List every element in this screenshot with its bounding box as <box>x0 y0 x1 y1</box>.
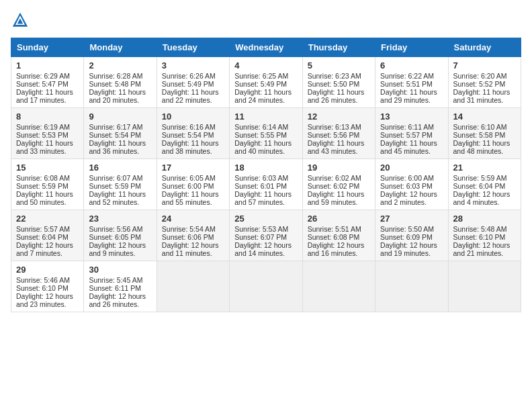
calendar-header-row: SundayMondayTuesdayWednesdayThursdayFrid… <box>11 38 521 57</box>
day-number: 8 <box>16 111 79 122</box>
day-info-line: Sunset: 5:54 PM <box>89 131 151 139</box>
day-info-line: Daylight: 11 hours <box>16 88 79 96</box>
day-info-line: Daylight: 11 hours <box>308 139 370 147</box>
day-info-line: Sunrise: 6:26 AM <box>162 72 224 80</box>
day-info-line: Sunrise: 6:20 AM <box>453 72 516 80</box>
day-info-line: Daylight: 11 hours <box>16 139 79 147</box>
logo-icon <box>11 11 30 30</box>
calendar-day-cell <box>302 261 375 312</box>
day-info-line: Sunset: 5:58 PM <box>453 131 516 139</box>
day-info-line: Daylight: 11 hours <box>453 139 516 147</box>
day-info-line: and 26 minutes. <box>89 300 151 308</box>
day-number: 19 <box>308 163 370 173</box>
day-info-line: Daylight: 11 hours <box>380 139 443 147</box>
day-info-line: Sunrise: 5:56 AM <box>89 225 151 233</box>
day-info-line: Daylight: 11 hours <box>234 139 297 147</box>
calendar-day-cell: 30Sunrise: 5:45 AMSunset: 6:11 PMDayligh… <box>84 261 157 312</box>
day-info-line: Sunset: 5:53 PM <box>16 131 79 139</box>
day-info-line: Sunset: 5:48 PM <box>89 80 151 88</box>
day-info-line: Sunset: 6:04 PM <box>453 182 516 190</box>
day-number: 30 <box>89 265 151 275</box>
calendar-day-cell: 16Sunrise: 6:07 AMSunset: 5:59 PMDayligh… <box>84 159 157 210</box>
day-info-line: Daylight: 11 hours <box>234 190 297 198</box>
calendar-week-row: 15Sunrise: 6:08 AMSunset: 5:59 PMDayligh… <box>11 159 521 210</box>
day-info-line: Daylight: 11 hours <box>380 88 443 96</box>
day-info-line: Sunset: 6:07 PM <box>234 233 297 241</box>
day-info-line: Sunrise: 6:14 AM <box>234 123 297 131</box>
day-number: 27 <box>380 214 443 224</box>
day-number: 20 <box>380 163 443 173</box>
day-info-line: and 23 minutes. <box>16 300 79 308</box>
day-info-line: Daylight: 12 hours <box>89 292 151 300</box>
day-info-line: Sunset: 5:55 PM <box>234 131 297 139</box>
day-number: 3 <box>162 60 224 71</box>
day-info-line: Sunrise: 6:25 AM <box>234 72 297 80</box>
day-info-line: and 9 minutes. <box>89 249 151 257</box>
day-number: 9 <box>89 111 151 122</box>
day-info-line: and 43 minutes. <box>308 147 370 155</box>
calendar-day-cell <box>375 261 448 312</box>
day-number: 4 <box>234 60 297 71</box>
day-info-line: Sunset: 6:00 PM <box>162 182 224 190</box>
day-info-line: Daylight: 12 hours <box>89 241 151 249</box>
calendar-day-cell: 21Sunrise: 5:59 AMSunset: 6:04 PMDayligh… <box>448 159 521 210</box>
day-info-line: and 22 minutes. <box>162 96 224 104</box>
calendar-day-cell: 23Sunrise: 5:56 AMSunset: 6:05 PMDayligh… <box>84 210 157 261</box>
calendar-day-cell: 11Sunrise: 6:14 AMSunset: 5:55 PMDayligh… <box>230 108 302 159</box>
day-info-line: Sunrise: 5:57 AM <box>16 225 79 233</box>
day-info-line: Sunrise: 5:45 AM <box>89 276 151 284</box>
day-info-line: Daylight: 12 hours <box>380 241 443 249</box>
calendar-day-cell: 5Sunrise: 6:23 AMSunset: 5:50 PMDaylight… <box>302 57 375 108</box>
calendar-week-row: 8Sunrise: 6:19 AMSunset: 5:53 PMDaylight… <box>11 108 521 159</box>
day-info-line: and 21 minutes. <box>453 249 516 257</box>
day-info-line: Sunset: 6:03 PM <box>380 182 443 190</box>
day-number: 13 <box>380 111 443 122</box>
day-info-line: Sunrise: 6:16 AM <box>162 123 224 131</box>
day-info-line: and 14 minutes. <box>234 249 297 257</box>
day-number: 24 <box>162 214 224 224</box>
day-info-line: Sunrise: 5:51 AM <box>308 225 370 233</box>
day-info-line: Sunrise: 6:07 AM <box>89 174 151 182</box>
day-info-line: Sunset: 5:49 PM <box>162 80 224 88</box>
day-info-line: Sunset: 6:09 PM <box>380 233 443 241</box>
day-info-line: Sunrise: 5:53 AM <box>234 225 297 233</box>
calendar-day-cell: 19Sunrise: 6:02 AMSunset: 6:02 PMDayligh… <box>302 159 375 210</box>
day-number: 6 <box>380 60 443 71</box>
day-info-line: and 40 minutes. <box>234 147 297 155</box>
day-info-line: Daylight: 12 hours <box>308 241 370 249</box>
day-info-line: Sunset: 5:50 PM <box>308 80 370 88</box>
calendar-day-cell: 10Sunrise: 6:16 AMSunset: 5:54 PMDayligh… <box>157 108 229 159</box>
day-info-line: Sunrise: 6:08 AM <box>16 174 79 182</box>
calendar-day-header: Wednesday <box>230 38 302 57</box>
day-info-line: Daylight: 11 hours <box>89 88 151 96</box>
day-info-line: and 17 minutes. <box>16 96 79 104</box>
calendar-day-header: Saturday <box>448 38 521 57</box>
day-info-line: Daylight: 11 hours <box>308 190 370 198</box>
calendar-day-cell: 29Sunrise: 5:46 AMSunset: 6:10 PMDayligh… <box>11 261 84 312</box>
day-info-line: and 16 minutes. <box>308 249 370 257</box>
day-info-line: Sunset: 5:49 PM <box>234 80 297 88</box>
day-info-line: Sunset: 5:52 PM <box>453 80 516 88</box>
day-info-line: and 55 minutes. <box>162 198 224 206</box>
day-info-line: Daylight: 12 hours <box>16 292 79 300</box>
day-info-line: and 52 minutes. <box>89 198 151 206</box>
day-info-line: Sunrise: 6:05 AM <box>162 174 224 182</box>
day-info-line: Sunrise: 6:19 AM <box>16 123 79 131</box>
day-info-line: and 57 minutes. <box>234 198 297 206</box>
calendar-table: SundayMondayTuesdayWednesdayThursdayFrid… <box>11 38 521 312</box>
day-info-line: Daylight: 12 hours <box>162 241 224 249</box>
calendar-day-cell <box>448 261 521 312</box>
day-info-line: Daylight: 11 hours <box>453 88 516 96</box>
day-info-line: Sunset: 6:05 PM <box>89 233 151 241</box>
day-info-line: Sunrise: 5:50 AM <box>380 225 443 233</box>
day-info-line: Sunset: 6:02 PM <box>308 182 370 190</box>
day-info-line: Daylight: 12 hours <box>453 241 516 249</box>
calendar-day-cell: 22Sunrise: 5:57 AMSunset: 6:04 PMDayligh… <box>11 210 84 261</box>
day-info-line: Daylight: 12 hours <box>453 190 516 198</box>
day-number: 1 <box>16 60 79 71</box>
day-info-line: Sunrise: 6:13 AM <box>308 123 370 131</box>
calendar-day-cell: 7Sunrise: 6:20 AMSunset: 5:52 PMDaylight… <box>448 57 521 108</box>
day-info-line: Sunrise: 6:22 AM <box>380 72 443 80</box>
calendar-week-row: 1Sunrise: 6:29 AMSunset: 5:47 PMDaylight… <box>11 57 521 108</box>
day-number: 23 <box>89 214 151 224</box>
